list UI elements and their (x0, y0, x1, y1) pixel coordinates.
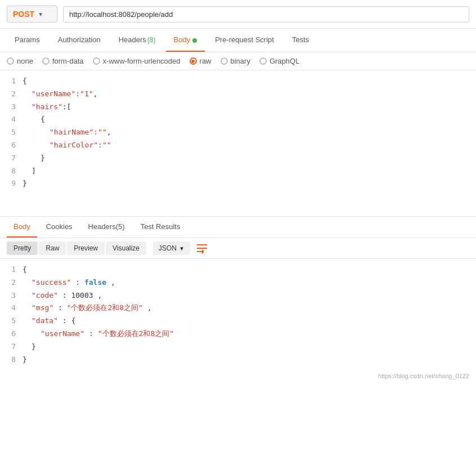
url-input[interactable] (63, 6, 469, 23)
method-select[interactable]: POST ▼ (7, 6, 57, 23)
body-type-urlencoded[interactable]: x-www-form-urlencoded (93, 57, 181, 65)
resp-line-6: 6 "userName" : "个数必须在2和8之间" (0, 328, 476, 341)
url-bar: POST ▼ (0, 0, 476, 29)
method-text: POST (13, 10, 34, 19)
view-preview-btn[interactable]: Preview (67, 241, 105, 255)
resp-tab-testresults[interactable]: Test Results (134, 217, 187, 238)
body-type-formdata[interactable]: form-data (42, 57, 84, 65)
resp-line-3: 3 "code" : 10003 , (0, 289, 476, 302)
tab-params[interactable]: Params (7, 29, 48, 52)
radio-binary (221, 57, 228, 65)
resp-tab-body[interactable]: Body (7, 217, 37, 238)
watermark: https://blog.csdn.net/shang_0122 (0, 370, 476, 382)
req-line-9: 9 } (0, 177, 476, 190)
resp-tab-cookies[interactable]: Cookies (39, 217, 79, 238)
wrap-icon (196, 242, 208, 254)
radio-none (7, 57, 14, 65)
resp-line-4: 4 "msg" : "个数必须在2和8之间" , (0, 302, 476, 315)
body-type-raw[interactable]: raw (190, 57, 212, 65)
label-graphql: GraphQL (270, 57, 299, 65)
req-line-1: 1 { (0, 75, 476, 88)
format-arrow-icon: ▼ (179, 245, 185, 252)
tab-prerequest[interactable]: Pre-request Script (207, 29, 282, 52)
tab-body[interactable]: Body (166, 29, 205, 52)
radio-raw (190, 57, 197, 65)
body-type-row: none form-data x-www-form-urlencoded raw… (0, 52, 476, 70)
tab-tests[interactable]: Tests (284, 29, 317, 52)
resp-tab-headers[interactable]: Headers(5) (82, 217, 132, 238)
body-active-dot (192, 38, 197, 43)
request-body-editor[interactable]: 1 { 2 "userName":"1", 3 "hairs":[ 4 { 5 … (0, 70, 476, 217)
request-tabs: Params Authorization Headers(8) Body Pre… (0, 29, 476, 52)
label-formdata: form-data (52, 57, 84, 65)
req-line-2: 2 "userName":"1", (0, 88, 476, 101)
response-section: Body Cookies Headers(5) Test Results Pre… (0, 217, 476, 382)
wrap-btn[interactable] (196, 242, 208, 254)
resp-line-2: 2 "success" : false , (0, 276, 476, 289)
label-urlencoded: x-www-form-urlencoded (103, 57, 181, 65)
tab-headers[interactable]: Headers(8) (111, 29, 164, 52)
response-tabs: Body Cookies Headers(5) Test Results (0, 217, 476, 238)
response-toolbar: Pretty Raw Preview Visualize JSON ▼ (0, 238, 476, 259)
resp-line-1: 1 { (0, 263, 476, 276)
req-line-4: 4 { (0, 113, 476, 126)
req-line-8: 8 ] (0, 165, 476, 178)
view-visualize-btn[interactable]: Visualize (106, 241, 146, 255)
req-line-5: 5 "hairName":"", (0, 126, 476, 139)
label-raw: raw (200, 57, 212, 65)
body-type-graphql[interactable]: GraphQL (259, 57, 299, 65)
body-type-none[interactable]: none (7, 57, 33, 65)
resp-line-8: 8 } (0, 353, 476, 366)
format-select[interactable]: JSON ▼ (153, 241, 190, 255)
dropdown-arrow-icon: ▼ (38, 11, 43, 17)
view-raw-btn[interactable]: Raw (39, 241, 66, 255)
radio-urlencoded (93, 57, 100, 65)
body-type-binary[interactable]: binary (221, 57, 250, 65)
radio-formdata (42, 57, 50, 65)
req-line-3: 3 "hairs":[ (0, 101, 476, 114)
req-line-6: 6 "hairColor":"" (0, 139, 476, 152)
label-none: none (17, 57, 33, 65)
label-binary: binary (231, 57, 250, 65)
view-pretty-btn[interactable]: Pretty (7, 241, 38, 255)
tab-authorization[interactable]: Authorization (50, 29, 109, 52)
radio-graphql (259, 57, 267, 65)
resp-line-7: 7 } (0, 341, 476, 353)
resp-line-5: 5 "data" : { (0, 315, 476, 328)
req-line-7: 7 } (0, 152, 476, 165)
response-body: 1 { 2 "success" : false , 3 "code" : 100… (0, 259, 476, 370)
